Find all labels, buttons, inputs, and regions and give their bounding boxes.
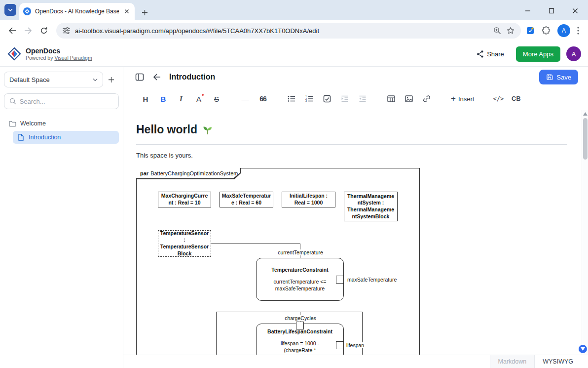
url-bar[interactable]: ai-toolbox.visual-paradigm.com/app/opend…	[56, 23, 521, 39]
table-button[interactable]	[384, 92, 399, 106]
tab-title: OpenDocs - AI Knowledge Base	[35, 8, 119, 15]
wysiwyg-mode-button[interactable]: WYSIWYG	[534, 355, 588, 368]
value-box-initial-lifespan[interactable]: InitialLifespan : Real = 1000	[282, 192, 335, 207]
indent-increase-button[interactable]	[337, 92, 352, 106]
browser-tab-strip: OpenDocs - AI Knowledge Base	[0, 0, 588, 20]
port-max-safe-temperature[interactable]	[336, 276, 344, 284]
doc-title: Hello world	[136, 123, 568, 136]
param-label-lifespan: lifespan	[345, 342, 365, 348]
url-text[interactable]: ai-toolbox.visual-paradigm.com/app/opend…	[75, 27, 488, 35]
sidebar-search[interactable]	[4, 93, 119, 109]
more-apps-button[interactable]: More Apps	[516, 46, 560, 62]
browser-profile-avatar[interactable]: A	[557, 24, 570, 37]
constraint-title: BatteryLifespanConstraint	[255, 328, 345, 335]
window-minimize-button[interactable]	[525, 8, 531, 14]
new-tab-button[interactable]	[142, 9, 148, 16]
save-button[interactable]: Save	[539, 70, 578, 84]
opendocs-favicon	[23, 7, 31, 15]
browser-back-button[interactable]	[5, 23, 20, 38]
space-selector[interactable]: Default Space	[4, 72, 103, 87]
forward-arrow-icon	[24, 26, 33, 35]
font-color-button[interactable]: A	[191, 92, 206, 106]
user-avatar[interactable]: A	[566, 46, 581, 61]
app-header: OpenDocs Powered by Visual Paradigm Shar…	[0, 41, 588, 67]
header-actions: Share More Apps A	[470, 46, 581, 62]
browser-forward-button[interactable]	[21, 23, 36, 38]
title-divider	[136, 144, 567, 145]
back-button[interactable]	[152, 73, 161, 82]
numbered-list-button[interactable]: 123	[302, 92, 317, 106]
checklist-icon	[323, 94, 331, 103]
image-button[interactable]	[402, 92, 416, 106]
browser-toolbar: ai-toolbox.visual-paradigm.com/app/opend…	[0, 20, 588, 41]
port-charge-cycles[interactable]	[296, 322, 304, 329]
scroll-up-arrow-icon[interactable]	[583, 112, 588, 116]
brand: OpenDocs Powered by Visual Paradigm	[7, 46, 92, 61]
visual-paradigm-link[interactable]: Visual Paradigm	[54, 55, 92, 61]
add-page-button[interactable]	[103, 72, 119, 87]
bold-button[interactable]: B	[156, 92, 171, 106]
window-controls	[525, 8, 588, 20]
blockquote-button[interactable]: 66	[256, 92, 270, 106]
part-box-temperature-sensor[interactable]: TemperatureSensor : TemperatureSensorBlo…	[158, 230, 211, 257]
part-box-thermal-management[interactable]: ThermalManagementSystem : ThermalManagem…	[344, 192, 398, 221]
horizontal-rule-button[interactable]: —	[238, 92, 253, 106]
plus-icon	[142, 9, 148, 16]
browser-reload-button[interactable]	[37, 23, 51, 38]
tab-search-button[interactable]	[4, 4, 16, 16]
folder-icon	[8, 120, 16, 127]
indent-decrease-button[interactable]	[355, 92, 370, 106]
search-input[interactable]	[20, 98, 113, 105]
italic-button[interactable]: I	[174, 92, 188, 106]
markdown-mode-button[interactable]: Markdown	[490, 355, 535, 368]
scroll-to-bottom-button[interactable]	[579, 345, 587, 353]
editor-toolbar: H B I A S — 66 123	[123, 87, 588, 110]
inline-code-button[interactable]: </>	[491, 92, 506, 106]
port-lifespan[interactable]	[336, 341, 344, 349]
param-label-charge-cycles: chargeCycles	[284, 315, 317, 321]
window-maximize-button[interactable]	[549, 8, 554, 14]
bookmark-star-icon[interactable]	[506, 26, 515, 35]
value-box-max-safe-temperature[interactable]: MaxSafeTemperature : Real = 60	[220, 192, 273, 207]
main-area: Default Space Welcome Introduction	[0, 67, 588, 368]
constraint-title: TemperatureConstraint	[258, 267, 341, 274]
code-block-button[interactable]: CB	[509, 92, 523, 106]
window-close-button[interactable]	[572, 8, 578, 14]
sidebar-item-introduction[interactable]: Introduction	[13, 131, 119, 144]
link-button[interactable]	[419, 92, 434, 106]
chevron-down-icon	[8, 8, 13, 12]
heading-button[interactable]: H	[138, 92, 153, 106]
param-label-current-temperature: currentTemperature	[277, 249, 324, 255]
tab-close-button[interactable]	[123, 9, 131, 14]
app-name: OpenDocs	[26, 47, 92, 55]
sidebar-item-welcome[interactable]: Welcome	[4, 117, 119, 130]
frame-label: par BatteryChargingOptimizationSystem	[136, 168, 240, 178]
parametric-diagram[interactable]: par BatteryChargingOptimizationSystem Ma…	[136, 168, 420, 346]
browser-tab[interactable]: OpenDocs - AI Knowledge Base	[19, 3, 135, 20]
browser-menu-icon[interactable]	[577, 27, 579, 35]
constraint-expression: currentTemperature <= maxSafeTemperature	[257, 278, 343, 292]
zoom-icon[interactable]	[493, 26, 502, 35]
search-icon	[9, 98, 16, 105]
doc-paragraph: This space is yours.	[136, 152, 568, 159]
strikethrough-button[interactable]: S	[209, 92, 224, 106]
document-editor[interactable]: Hello world This space is yours. par Bat…	[123, 110, 588, 355]
scrollbar-thumb[interactable]	[583, 118, 588, 160]
url-domain: ai-toolbox.visual-paradigm.com	[75, 27, 164, 35]
bullet-list-button[interactable]	[284, 92, 299, 106]
scrollbar[interactable]	[582, 110, 588, 355]
share-button[interactable]: Share	[470, 46, 510, 61]
powered-by: Powered by Visual Paradigm	[26, 55, 92, 61]
insert-label: Insert	[458, 95, 475, 103]
checklist-button[interactable]	[320, 92, 334, 106]
sidebar: Default Space Welcome Introduction	[0, 67, 123, 368]
colored-extension-icon[interactable]	[526, 26, 535, 35]
constraint-temperature[interactable]: TemperatureConstraint currentTemperature…	[256, 258, 344, 301]
document-icon	[17, 133, 25, 141]
frame-keyword: par	[140, 170, 148, 176]
toggle-sidebar-icon[interactable]	[135, 72, 145, 82]
svg-text:3: 3	[305, 99, 307, 102]
extensions-icon[interactable]	[542, 26, 551, 35]
insert-button[interactable]: + Insert	[448, 92, 477, 106]
value-box-max-charging-current[interactable]: MaxChargingCurrent : Real = 10	[158, 192, 211, 207]
